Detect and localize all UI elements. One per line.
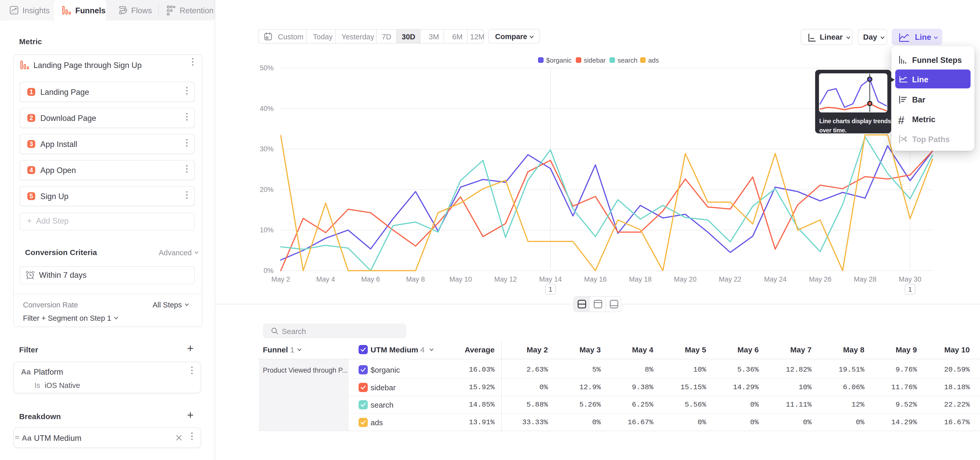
- svg-text:20%: 20%: [260, 186, 274, 193]
- svg-text:May 22: May 22: [719, 275, 741, 283]
- svg-text:May 4: May 4: [316, 275, 335, 283]
- svg-text:50%: 50%: [260, 64, 274, 72]
- svg-text:May 18: May 18: [629, 275, 652, 283]
- svg-text:May 16: May 16: [584, 275, 607, 283]
- svg-text:May 26: May 26: [809, 275, 832, 283]
- svg-text:40%: 40%: [260, 105, 274, 112]
- svg-text:May 8: May 8: [406, 275, 425, 283]
- svg-text:May 28: May 28: [854, 275, 877, 283]
- svg-text:0%: 0%: [264, 267, 274, 275]
- svg-text:30%: 30%: [260, 145, 274, 153]
- svg-text:May 2: May 2: [271, 275, 290, 283]
- svg-text:May 30: May 30: [899, 275, 921, 283]
- svg-text:May 12: May 12: [494, 275, 517, 283]
- svg-text:1: 1: [908, 286, 912, 293]
- svg-text:May 10: May 10: [449, 275, 472, 283]
- svg-text:1: 1: [549, 286, 552, 293]
- svg-text:May 14: May 14: [539, 275, 562, 283]
- svg-text:May 20: May 20: [674, 275, 697, 283]
- svg-text:10%: 10%: [260, 226, 274, 234]
- svg-text:May 6: May 6: [361, 275, 380, 283]
- svg-text:May 24: May 24: [764, 275, 787, 283]
